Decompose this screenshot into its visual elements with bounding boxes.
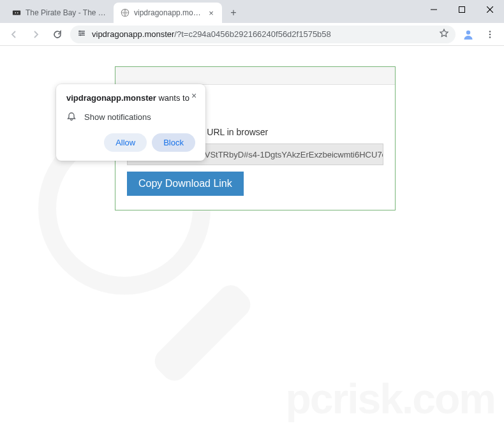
new-tab-button[interactable]: + — [225, 4, 242, 22]
tab-vipdragonapp[interactable]: vipdragonapp.monster/?t=c294 × — [114, 3, 222, 23]
forward-button[interactable] — [27, 26, 45, 43]
close-window-button[interactable] — [476, 0, 504, 19]
pirate-favicon-icon — [11, 8, 22, 18]
allow-button[interactable]: Allow — [104, 133, 147, 152]
address-bar[interactable]: vipdragonapp.monster/?t=c294a0456b292166… — [70, 26, 456, 43]
svg-point-8 — [79, 31, 81, 33]
profile-button[interactable] — [459, 26, 477, 43]
minimize-button[interactable] — [420, 0, 448, 19]
close-icon[interactable]: × — [189, 91, 199, 101]
block-button[interactable]: Block — [152, 133, 195, 152]
notification-permission-prompt: × vipdragonapp.monster wants to Show not… — [56, 84, 205, 161]
browser-toolbar: vipdragonapp.monster/?t=c294a0456b292166… — [0, 23, 504, 46]
copy-download-link-button[interactable]: Copy Download Link — [127, 172, 244, 196]
url-text: vipdragonapp.monster/?t=c294a0456b292166… — [92, 29, 434, 39]
svg-point-2 — [17, 12, 19, 13]
notification-permission-row: Show notifications — [66, 112, 195, 122]
reload-button[interactable] — [48, 26, 66, 43]
bookmark-star-icon[interactable] — [439, 28, 449, 40]
svg-point-12 — [489, 31, 491, 33]
globe-favicon-icon — [120, 8, 130, 18]
svg-point-11 — [466, 30, 470, 34]
svg-point-10 — [80, 34, 82, 36]
close-icon[interactable]: × — [207, 8, 216, 17]
tab-pirate-bay[interactable]: The Pirate Bay - The galaxy's m — [5, 3, 114, 23]
tab-title: vipdragonapp.monster/?t=c294 — [134, 8, 203, 17]
svg-rect-5 — [459, 7, 465, 13]
svg-point-13 — [489, 33, 491, 35]
tab-strip: The Pirate Bay - The galaxy's m vipdrago… — [0, 0, 504, 23]
back-button[interactable] — [5, 26, 23, 43]
permission-label: Show notifications — [84, 112, 151, 122]
site-settings-icon[interactable] — [77, 28, 87, 40]
maximize-button[interactable] — [448, 0, 476, 19]
window-controls — [420, 0, 504, 19]
svg-point-9 — [82, 33, 84, 34]
browser-menu-button[interactable] — [481, 26, 499, 43]
svg-rect-0 — [13, 11, 20, 15]
notification-title: vipdragonapp.monster wants to — [66, 93, 195, 103]
svg-point-14 — [489, 36, 491, 38]
tab-title: The Pirate Bay - The galaxy's m — [26, 8, 107, 17]
page-viewport: pcrisk.com 2025 Copy and paste the URL i… — [0, 46, 504, 442]
svg-point-1 — [15, 12, 16, 13]
card-header — [115, 67, 395, 85]
bell-icon — [66, 112, 77, 122]
